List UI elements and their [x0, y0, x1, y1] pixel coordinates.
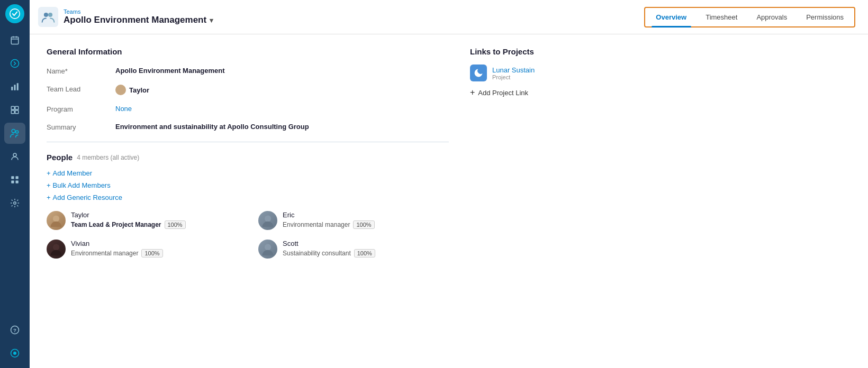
- svg-point-15: [13, 153, 16, 157]
- svg-text:?: ?: [13, 327, 16, 333]
- program-value[interactable]: None: [115, 105, 132, 113]
- svg-point-30: [53, 244, 59, 250]
- svg-point-20: [14, 202, 16, 205]
- member-role-wrap-eric: Environmental manager 100%: [283, 220, 375, 229]
- member-avatar-scott: [258, 240, 277, 259]
- topbar: Teams Apollo Environment Management ▾ Ov…: [30, 0, 868, 34]
- topbar-left: Teams Apollo Environment Management ▾: [38, 7, 213, 27]
- svg-point-25: [44, 13, 48, 17]
- team-name[interactable]: Apollo Environment Management ▾: [64, 15, 213, 25]
- project-name-lunar[interactable]: Lunar Sustain: [492, 66, 535, 74]
- plus-icon: +: [47, 169, 51, 177]
- svg-point-24: [13, 352, 16, 355]
- member-info-taylor: Taylor Team Lead & Project Manager 100%: [71, 211, 186, 229]
- team-lead-row: Team Lead Taylor: [47, 85, 449, 95]
- summary-row: Summary Environment and sustainability a…: [47, 123, 449, 131]
- tab-timesheet[interactable]: Timesheet: [696, 9, 747, 25]
- svg-point-5: [11, 60, 19, 68]
- member-info-eric: Eric Environmental manager 100%: [283, 211, 375, 229]
- team-title-wrap: Teams Apollo Environment Management ▾: [64, 8, 213, 25]
- svg-rect-16: [11, 176, 14, 179]
- team-lead-label: Team Lead: [47, 85, 115, 93]
- svg-rect-11: [11, 111, 14, 114]
- project-info-lunar: Lunar Sustain Project: [492, 66, 535, 80]
- project-item-lunar: Lunar Sustain Project: [470, 65, 639, 81]
- member-info-vivian: Vivian Environmental manager 100%: [71, 240, 163, 257]
- name-row: Name* Apollo Environment Management: [47, 67, 449, 75]
- svg-rect-7: [14, 85, 16, 90]
- person-icon[interactable]: [4, 146, 25, 167]
- svg-rect-9: [11, 106, 14, 109]
- member-avatar-taylor: [47, 211, 66, 230]
- svg-point-31: [265, 244, 271, 250]
- team-lead-avatar: [115, 85, 126, 95]
- svg-rect-12: [15, 111, 19, 114]
- settings-icon[interactable]: [4, 192, 25, 214]
- bar-chart-icon[interactable]: [4, 76, 25, 97]
- people-header: People 4 members (all active): [47, 153, 449, 162]
- svg-point-29: [265, 215, 271, 222]
- tab-approvals[interactable]: Approvals: [747, 9, 797, 25]
- summary-label: Summary: [47, 123, 115, 131]
- members-grid: Taylor Team Lead & Project Manager 100%: [47, 211, 449, 259]
- brand-icon[interactable]: [5, 4, 24, 23]
- svg-rect-18: [11, 181, 14, 183]
- tab-permissions[interactable]: Permissions: [797, 9, 853, 25]
- summary-value: Environment and sustainability at Apollo…: [115, 123, 309, 131]
- bulk-add-link[interactable]: + Bulk Add Members: [47, 181, 449, 189]
- svg-point-0: [10, 9, 20, 19]
- member-taylor: Taylor Team Lead & Project Manager 100%: [47, 211, 237, 230]
- plus-icon-project: +: [470, 88, 475, 97]
- breadcrumb[interactable]: Teams: [64, 8, 213, 15]
- chevron-down-icon: ▾: [210, 16, 213, 24]
- member-role-wrap-vivian: Environmental manager 100%: [71, 249, 163, 257]
- project-type-lunar: Project: [492, 74, 535, 80]
- member-info-scott: Scott Sustainability consultant 100%: [283, 240, 375, 257]
- left-panel: General Information Name* Apollo Environ…: [47, 47, 449, 355]
- people-icon[interactable]: [4, 123, 25, 144]
- svg-point-27: [119, 87, 123, 91]
- member-eric: Eric Environmental manager 100%: [258, 211, 449, 230]
- svg-point-26: [48, 13, 52, 17]
- tab-overview[interactable]: Overview: [646, 9, 696, 25]
- svg-rect-1: [11, 37, 19, 44]
- project-icon-lunar: [470, 65, 487, 81]
- general-info-title: General Information: [47, 47, 449, 56]
- svg-rect-8: [17, 83, 19, 90]
- svg-point-13: [12, 130, 15, 133]
- nav-tabs: Overview Timesheet Approvals Permissions: [644, 7, 855, 27]
- help-icon[interactable]: ?: [4, 319, 25, 341]
- links-title: Links to Projects: [470, 47, 639, 56]
- add-project-link[interactable]: + Add Project Link: [470, 88, 639, 97]
- page-content: General Information Name* Apollo Environ…: [30, 34, 868, 368]
- main-content: Teams Apollo Environment Management ▾ Ov…: [30, 0, 868, 368]
- name-value: Apollo Environment Management: [115, 67, 225, 75]
- svg-rect-19: [16, 181, 19, 183]
- calendar-icon[interactable]: [4, 30, 25, 51]
- svg-point-14: [16, 131, 19, 133]
- program-row: Program None: [47, 105, 449, 113]
- svg-rect-10: [15, 106, 19, 109]
- people-title: People: [47, 153, 73, 162]
- plus-icon-2: +: [47, 181, 51, 189]
- sidebar: ?: [0, 0, 30, 368]
- member-scott: Scott Sustainability consultant 100%: [258, 240, 449, 259]
- grid-icon[interactable]: [4, 169, 25, 190]
- right-panel: Links to Projects Lunar Sustain Project …: [470, 47, 639, 355]
- svg-rect-17: [16, 176, 19, 179]
- svg-rect-6: [11, 87, 13, 90]
- add-member-link[interactable]: + Add Member: [47, 169, 449, 177]
- section-divider: [47, 142, 449, 142]
- plus-icon-3: +: [47, 194, 51, 201]
- team-lead-value: Taylor: [115, 85, 149, 95]
- add-generic-link[interactable]: + Add Generic Resource: [47, 194, 449, 201]
- svg-point-28: [53, 215, 59, 222]
- people-count: 4 members (all active): [77, 154, 139, 161]
- member-avatar-vivian: [47, 240, 66, 259]
- forward-icon[interactable]: [4, 53, 25, 74]
- member-avatar-eric: [258, 211, 277, 230]
- member-role-wrap-scott: Sustainability consultant 100%: [283, 249, 375, 257]
- team-avatar-icon: [38, 7, 58, 27]
- location-icon[interactable]: [4, 343, 25, 364]
- chart-icon[interactable]: [4, 99, 25, 121]
